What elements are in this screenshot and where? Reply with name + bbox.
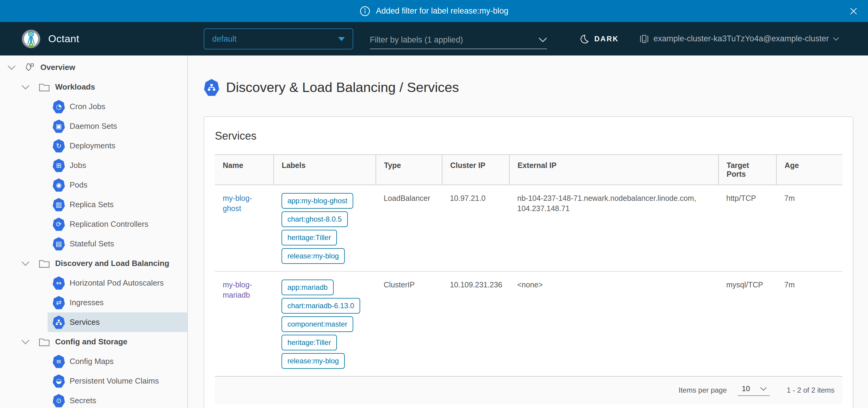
- ingress-icon: ⇄: [53, 296, 65, 310]
- label-pill[interactable]: component:master: [281, 316, 353, 332]
- dark-theme-toggle[interactable]: DARK: [579, 22, 619, 56]
- sidebar-item-config-maps[interactable]: ≡Config Maps: [0, 352, 187, 371]
- sidebar-item-workloads[interactable]: Workloads: [0, 77, 187, 97]
- close-icon[interactable]: [847, 4, 860, 18]
- secret-icon: ⊙: [53, 394, 65, 407]
- chevron-down-icon[interactable]: [7, 65, 16, 70]
- info-banner: Added filter for label release:my-blog: [0, 0, 868, 22]
- sidebar-item-horizontal-pod-autoscalers[interactable]: ⇔Horizontal Pod Autoscalers: [0, 273, 187, 293]
- moon-icon: [579, 34, 590, 44]
- column-header-name: Name: [215, 155, 274, 185]
- sidebar-item-deployments[interactable]: ↻Deployments: [0, 136, 187, 155]
- age-cell: 7m: [776, 271, 842, 376]
- label-pill[interactable]: release:my-blog: [281, 248, 345, 264]
- label-pill[interactable]: chart:ghost-8.0.5: [281, 211, 348, 227]
- type-cell: LoadBalancer: [376, 185, 442, 271]
- label-pill[interactable]: app:mariadb: [281, 280, 334, 295]
- column-header-target-ports: Target Ports: [718, 155, 777, 185]
- sidebar-item-cron-jobs[interactable]: ◔Cron Jobs: [0, 97, 187, 116]
- card-title: Services: [215, 130, 842, 142]
- external-ip-cell: <none>: [509, 271, 718, 376]
- octant-app: Added filter for label release:my-blog: [0, 0, 868, 408]
- sidebar-item-persistent-volume-claims[interactable]: ◒Persistent Volume Claims: [0, 371, 187, 391]
- chevron-down-icon: [760, 387, 767, 391]
- main-content: Discovery & Load Balancing / Services Se…: [188, 56, 868, 408]
- label-filter-dropdown[interactable]: Filter by labels (1 applied): [370, 31, 547, 49]
- folder-icon: [39, 259, 50, 268]
- target-ports-cell: http/TCP: [718, 185, 777, 271]
- page-size-select[interactable]: 10: [738, 384, 770, 396]
- service-link[interactable]: my-blog-ghost: [223, 194, 252, 212]
- job-icon: ⊞: [53, 159, 65, 172]
- tree-item-label: Secrets: [70, 396, 96, 405]
- host-icon: [639, 34, 649, 44]
- sidebar-item-overview[interactable]: Overview: [0, 58, 187, 77]
- label-pill[interactable]: chart:mariadb-6.13.0: [281, 298, 360, 314]
- services-table: Name Labels Type Cluster IP External IP …: [215, 154, 842, 376]
- tree-item-label: Pods: [70, 180, 87, 190]
- age-cell: 7m: [776, 185, 842, 271]
- sidebar-item-services[interactable]: Services: [0, 313, 187, 332]
- label-pill[interactable]: heritage:Tiller: [281, 230, 337, 245]
- tree-item-label: Config Maps: [70, 357, 114, 366]
- column-header-cluster-ip: Cluster IP: [442, 155, 510, 185]
- chevron-down-icon[interactable]: [22, 340, 30, 344]
- label-pill[interactable]: release:my-blog: [281, 353, 345, 369]
- service-icon: [53, 316, 65, 329]
- app-header: Octant default Filter by labels (1 appli…: [0, 22, 868, 56]
- sidebar-item-replica-sets[interactable]: ▥Replica Sets: [0, 195, 187, 214]
- overview-icon: [24, 63, 35, 72]
- sidebar-navigation: OverviewWorkloads◔Cron Jobs▣Daemon Sets↻…: [0, 56, 188, 408]
- column-header-type: Type: [376, 155, 442, 185]
- daemonset-icon: ▣: [53, 120, 65, 133]
- tree-item-label: Config and Storage: [55, 337, 127, 347]
- pod-icon: ◉: [53, 178, 65, 192]
- label-pill[interactable]: app:my-blog-ghost: [281, 193, 353, 209]
- octant-logo: [22, 30, 40, 48]
- sidebar-item-secrets[interactable]: ⊙Secrets: [0, 391, 187, 408]
- sidebar-item-pods[interactable]: ◉Pods: [0, 175, 187, 195]
- service-link[interactable]: my-blog-mariadb: [223, 281, 252, 299]
- sidebar-item-daemon-sets[interactable]: ▣Daemon Sets: [0, 116, 187, 136]
- tree-item-label: Stateful Sets: [70, 239, 114, 249]
- chevron-down-icon[interactable]: [22, 85, 30, 90]
- folder-icon: [39, 82, 50, 92]
- banner-message: Added filter for label release:my-blog: [376, 6, 508, 16]
- sidebar-item-stateful-sets[interactable]: ▤Stateful Sets: [0, 234, 187, 254]
- sidebar-item-ingresses[interactable]: ⇄Ingresses: [0, 293, 187, 313]
- column-header-external-ip: External IP: [509, 155, 718, 185]
- label-pill[interactable]: heritage:Tiller: [281, 335, 337, 350]
- table-header-row: Name Labels Type Cluster IP External IP …: [215, 155, 842, 185]
- page-title-row: Discovery & Load Balancing / Services: [204, 79, 868, 96]
- tree-item-label: Persistent Volume Claims: [70, 376, 159, 386]
- type-cell: ClusterIP: [376, 271, 442, 376]
- pvc-icon: ◒: [53, 375, 65, 388]
- page-size-value: 10: [742, 384, 750, 393]
- tree-item-label: Services: [70, 318, 100, 327]
- caret-down-icon: [338, 37, 345, 41]
- tree-item-label: Workloads: [55, 82, 95, 92]
- tree-item-label: Replication Controllers: [70, 220, 149, 229]
- column-header-labels: Labels: [274, 155, 376, 185]
- deployment-icon: ↻: [53, 139, 65, 153]
- namespace-select[interactable]: default: [204, 28, 353, 50]
- chevron-down-icon[interactable]: [22, 261, 30, 266]
- namespace-value: default: [212, 34, 338, 44]
- replicationcontroller-icon: ⟳: [53, 218, 65, 231]
- folder-icon: [39, 337, 50, 347]
- chevron-down-icon: [538, 37, 547, 42]
- tree-item-label: Daemon Sets: [70, 121, 117, 131]
- sidebar-item-discovery-and-load-balancing[interactable]: Discovery and Load Balancing: [0, 254, 187, 273]
- external-ip-cell: nb-104-237-148-71.newark.nodebalancer.li…: [509, 185, 718, 271]
- tree-item-label: Ingresses: [70, 298, 104, 307]
- chevron-down-icon: [833, 37, 839, 41]
- table-row: my-blog-mariadb app:mariadbchart:mariadb…: [215, 271, 842, 376]
- sidebar-item-config-and-storage[interactable]: Config and Storage: [0, 332, 187, 352]
- page-title: Discovery & Load Balancing / Services: [226, 80, 459, 95]
- tree-item-label: Overview: [40, 63, 75, 72]
- sidebar-item-jobs[interactable]: ⊞Jobs: [0, 155, 187, 175]
- sidebar-item-replication-controllers[interactable]: ⟳Replication Controllers: [0, 214, 187, 234]
- cluster-select[interactable]: example-cluster-ka3TuTzYo4a@example-clus…: [639, 22, 839, 56]
- table-row: my-blog-ghost app:my-blog-ghostchart:gho…: [215, 185, 842, 271]
- column-header-age: Age: [776, 155, 842, 185]
